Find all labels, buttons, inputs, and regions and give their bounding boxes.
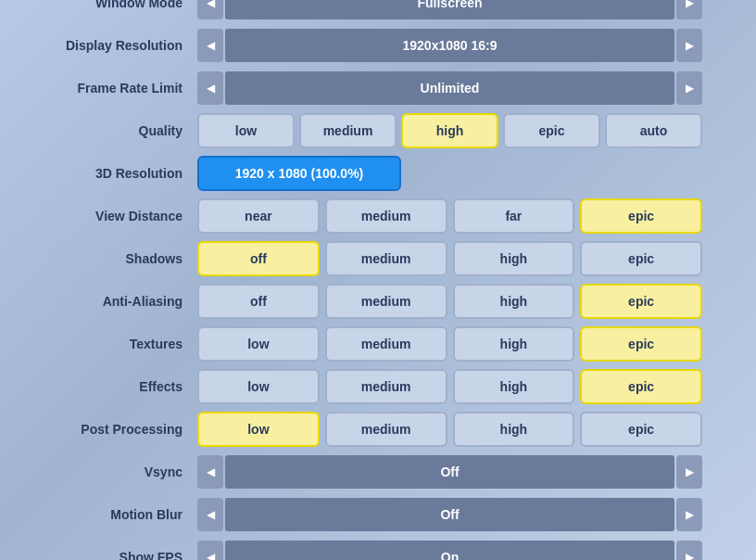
shadows-medium-button[interactable]: medium [325, 241, 447, 276]
quality-label: Quality [54, 123, 197, 138]
quality-low-button[interactable]: low [197, 113, 295, 148]
vsync-value: Off [225, 455, 674, 489]
post-processing-low-button[interactable]: low [197, 412, 320, 447]
display-resolution-label: Display Resolution [54, 38, 197, 53]
effects-high-button[interactable]: high [453, 369, 575, 404]
quality-options: low medium high epic auto [197, 113, 702, 148]
post-processing-medium-button[interactable]: medium [325, 412, 447, 447]
show-fps-control: ◀ On ▶ [197, 541, 702, 560]
shadows-epic-button[interactable]: epic [580, 241, 702, 276]
post-processing-label: Post Processing [54, 422, 197, 437]
resolution-3d-row: 3D Resolution 1920 x 1080 (100.0%) [54, 155, 702, 192]
quality-high-button[interactable]: high [401, 113, 498, 148]
show-fps-row: Show FPS ◀ On ▶ [54, 539, 702, 560]
textures-label: Textures [54, 337, 197, 351]
textures-row: Textures low medium high epic [54, 325, 702, 363]
vsync-label: Vsync [54, 465, 197, 479]
textures-epic-button[interactable]: epic [580, 326, 702, 362]
textures-options: low medium high epic [197, 326, 702, 362]
anti-aliasing-medium-button[interactable]: medium [325, 284, 447, 319]
view-distance-far-button[interactable]: far [453, 198, 575, 234]
shadows-label: Shadows [54, 251, 197, 266]
shadows-row: Shadows off medium high epic [54, 240, 702, 277]
display-resolution-row: Display Resolution ◀ 1920x1080 16:9 ▶ [54, 27, 702, 64]
motion-blur-row: Motion Blur ◀ Off ▶ [54, 496, 702, 533]
window-mode-label: Window Mode [54, 0, 197, 10]
motion-blur-prev-button[interactable]: ◀ [197, 498, 223, 531]
window-mode-next-button[interactable]: ▶ [676, 0, 702, 19]
anti-aliasing-off-button[interactable]: off [197, 284, 320, 319]
quality-row: Quality low medium high epic auto [54, 112, 702, 149]
motion-blur-control: ◀ Off ▶ [197, 498, 702, 531]
show-fps-next-button[interactable]: ▶ [676, 541, 702, 560]
effects-options: low medium high epic [197, 369, 702, 404]
view-distance-label: View Distance [54, 209, 197, 223]
frame-rate-value: Unlimited [225, 71, 674, 105]
frame-rate-prev-button[interactable]: ◀ [197, 71, 223, 105]
motion-blur-label: Motion Blur [54, 507, 197, 522]
effects-epic-button[interactable]: epic [580, 369, 702, 404]
display-resolution-next-button[interactable]: ▶ [676, 29, 702, 62]
settings-panel: Window Mode ◀ Fullscreen ▶ Display Resol… [26, 0, 730, 560]
anti-aliasing-epic-button[interactable]: epic [580, 284, 702, 319]
textures-low-button[interactable]: low [197, 326, 320, 362]
anti-aliasing-high-button[interactable]: high [453, 284, 575, 319]
show-fps-label: Show FPS [54, 550, 197, 560]
quality-auto-button[interactable]: auto [605, 113, 702, 148]
post-processing-options: low medium high epic [197, 412, 702, 447]
window-mode-row: Window Mode ◀ Fullscreen ▶ [54, 0, 702, 21]
vsync-next-button[interactable]: ▶ [676, 455, 702, 489]
view-distance-medium-button[interactable]: medium [325, 198, 447, 234]
vsync-row: Vsync ◀ Off ▶ [54, 453, 702, 490]
effects-label: Effects [54, 379, 197, 394]
motion-blur-value: Off [225, 498, 674, 531]
display-resolution-prev-button[interactable]: ◀ [197, 29, 223, 62]
vsync-prev-button[interactable]: ◀ [197, 455, 223, 489]
show-fps-value: On [225, 541, 674, 560]
show-fps-prev-button[interactable]: ◀ [197, 541, 223, 560]
post-processing-row: Post Processing low medium high epic [54, 411, 702, 448]
anti-aliasing-options: off medium high epic [197, 284, 702, 319]
textures-medium-button[interactable]: medium [325, 326, 447, 362]
shadows-high-button[interactable]: high [453, 241, 575, 276]
textures-high-button[interactable]: high [453, 326, 575, 362]
quality-medium-button[interactable]: medium [299, 113, 397, 148]
resolution-3d-label: 3D Resolution [54, 166, 197, 181]
effects-medium-button[interactable]: medium [325, 369, 447, 404]
window-mode-control: ◀ Fullscreen ▶ [197, 0, 702, 19]
motion-blur-next-button[interactable]: ▶ [676, 498, 702, 531]
view-distance-options: near medium far epic [197, 198, 702, 234]
view-distance-epic-button[interactable]: epic [580, 198, 702, 234]
display-resolution-value: 1920x1080 16:9 [225, 29, 674, 62]
frame-rate-row: Frame Rate Limit ◀ Unlimited ▶ [54, 70, 702, 107]
vsync-control: ◀ Off ▶ [197, 455, 702, 489]
resolution-3d-button[interactable]: 1920 x 1080 (100.0%) [197, 156, 401, 191]
frame-rate-next-button[interactable]: ▶ [676, 71, 702, 105]
quality-epic-button[interactable]: epic [503, 113, 600, 148]
window-mode-prev-button[interactable]: ◀ [197, 0, 223, 19]
effects-low-button[interactable]: low [197, 369, 320, 404]
anti-aliasing-row: Anti-Aliasing off medium high epic [54, 283, 702, 320]
frame-rate-control: ◀ Unlimited ▶ [197, 71, 702, 105]
view-distance-row: View Distance near medium far epic [54, 197, 702, 235]
shadows-off-button[interactable]: off [197, 241, 320, 276]
post-processing-high-button[interactable]: high [453, 412, 575, 447]
anti-aliasing-label: Anti-Aliasing [54, 294, 197, 309]
frame-rate-label: Frame Rate Limit [54, 81, 197, 95]
effects-row: Effects low medium high epic [54, 368, 702, 405]
view-distance-near-button[interactable]: near [197, 198, 320, 234]
window-mode-value: Fullscreen [225, 0, 674, 19]
post-processing-epic-button[interactable]: epic [580, 412, 702, 447]
shadows-options: off medium high epic [197, 241, 702, 276]
display-resolution-control: ◀ 1920x1080 16:9 ▶ [197, 29, 702, 62]
